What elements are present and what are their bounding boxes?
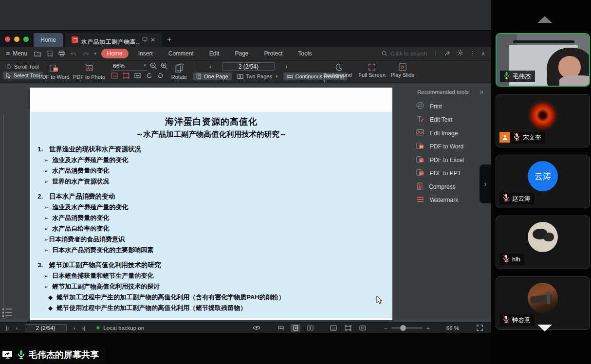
document-viewport[interactable]: 海洋蛋白资源的高值化 ～水产品加工副产物高值化利用技术的研究～ 1.世界渔业的现…	[0, 83, 491, 322]
redo-icon[interactable]	[82, 51, 89, 56]
rotate-right-icon[interactable]	[146, 73, 152, 80]
zoom-out-button[interactable]	[150, 62, 157, 71]
rotate-button[interactable]: Rotate	[167, 63, 191, 80]
fullscreen-toggle-icon[interactable]	[475, 324, 484, 332]
more-options-icon[interactable]: ⋮	[433, 50, 439, 57]
tool-pdf-to-excel[interactable]: EPDF to Excel	[416, 153, 484, 167]
scroll-up-arrow-icon[interactable]	[537, 16, 552, 23]
tab-document[interactable]: 水产品加工副产物高...30421.pdf ✕	[65, 33, 162, 47]
print-icon[interactable]	[58, 51, 65, 56]
tool-edit-text[interactable]: Edit Text	[416, 113, 484, 127]
scroll-down-arrow-icon[interactable]	[537, 325, 552, 331]
expand-panel-button[interactable]: ›	[480, 164, 491, 203]
participant-tile-毛伟杰[interactable]: 毛伟杰	[496, 33, 590, 87]
monitor-icon	[142, 37, 148, 43]
tool-watermark[interactable]: Watermark	[416, 194, 484, 207]
search-placeholder: Click to search	[390, 51, 427, 56]
ribbon-tab-tools[interactable]: Tools	[293, 49, 318, 58]
outline-bullet-item: ➢日本消费者的食品消费意识	[31, 234, 392, 245]
pdf-to-photo-label: PDF to Photo	[73, 74, 105, 80]
two-pages-button[interactable]: Two Pages ▾	[234, 73, 281, 80]
participant-tile-宋文奎[interactable]: 宋文奎	[496, 94, 590, 147]
statusbar-page-display[interactable]: 2 (2/54)	[25, 324, 67, 331]
recommended-tools-title: Recommended tools	[417, 89, 468, 95]
zoom-slider-track[interactable]	[391, 328, 423, 328]
ribbon-tab-protect[interactable]: Protect	[259, 49, 289, 58]
tool-pdf-to-ppt[interactable]: PPDF to PPT	[416, 167, 484, 181]
tool-print[interactable]: Print	[416, 100, 484, 113]
full-screen-button[interactable]: Full Screen	[357, 63, 387, 78]
zoom-slider-thumb[interactable]	[400, 325, 406, 331]
ribbon-tab-insert[interactable]: Insert	[132, 49, 159, 58]
last-page-button[interactable]: ›|	[82, 325, 86, 331]
open-folder-icon[interactable]	[34, 51, 41, 56]
participant-tile-钟赛意[interactable]: 钟赛意	[496, 276, 590, 330]
pdf-to-photo-button[interactable]: PDF to Photo	[72, 63, 106, 80]
thumbnail-panel-icon[interactable]	[2, 307, 13, 321]
undo-icon[interactable]	[71, 51, 77, 56]
tab-home[interactable]: Home	[34, 33, 63, 47]
local-backup-status[interactable]: Local backup on	[96, 325, 144, 331]
search-field[interactable]: Click to search	[382, 51, 427, 56]
zoom-level-dropdown[interactable]: 66% ▾	[111, 63, 147, 71]
participant-tile-hlh[interactable]: hlh	[496, 216, 590, 269]
ribbon-tab-comment[interactable]: Comment	[163, 49, 200, 58]
ribbon-tab-edit[interactable]: Edit	[203, 49, 225, 58]
fit-page-button[interactable]	[343, 324, 353, 332]
collapse-ribbon-icon[interactable]: ∧	[481, 50, 485, 57]
previous-page-button[interactable]: ‹	[199, 63, 222, 70]
zoom-minus-icon[interactable]: −	[384, 325, 388, 331]
actual-size-icon[interactable]: 1:1	[111, 73, 118, 80]
participant-name-badge: 钟赛意	[499, 314, 535, 326]
participant-tile-赵云涛[interactable]: 云涛赵云涛	[496, 155, 590, 208]
settings-gear-icon[interactable]	[457, 50, 463, 57]
background-button[interactable]: Background ▾	[323, 63, 354, 84]
hamburger-icon[interactable]: ≡	[6, 50, 10, 57]
close-tab-icon[interactable]: ✕	[150, 36, 155, 43]
actual-size-button[interactable]: 1:1	[329, 324, 338, 332]
collapse-panel-icon[interactable]	[479, 90, 483, 94]
avatar	[528, 283, 558, 313]
menu-button[interactable]: Menu	[13, 50, 27, 57]
toolbar-page-display[interactable]: 2 (2/54)	[222, 62, 275, 71]
single-page-view-icon[interactable]	[291, 324, 300, 332]
save-icon[interactable]	[47, 51, 53, 56]
ribbon-tab-home[interactable]: Home	[101, 49, 129, 58]
two-page-view-icon[interactable]	[305, 324, 315, 332]
continuous-view-icon[interactable]	[276, 324, 286, 332]
first-page-button[interactable]: |‹	[6, 325, 9, 331]
participants-panel: 毛伟杰宋文奎云涛赵云涛hlh钟赛意	[491, 0, 591, 364]
outline-section-heading: 2.日本水产品消费的变动	[31, 191, 392, 202]
quick-access-dropdown-icon[interactable]: ▾	[94, 51, 96, 56]
fit-width-button[interactable]	[358, 324, 368, 332]
pdf-to-word-button[interactable]: W PDF to Word	[37, 63, 71, 80]
full-screen-label: Full Screen	[358, 72, 386, 78]
screen-share-icon	[2, 350, 14, 360]
slide-outline: 1.世界渔业的现状和水产资源状况➢渔业及水产养殖产量的变化➢水产品消费量的变化➢…	[31, 144, 392, 313]
close-window-button[interactable]	[5, 36, 10, 42]
prev-page-button[interactable]: ‹	[16, 325, 18, 331]
tool-edit-image[interactable]: Edit Image	[416, 127, 484, 140]
ribbon-tab-page[interactable]: Page	[229, 49, 254, 58]
tool-compress[interactable]: Compress	[416, 180, 484, 194]
zoom-plus-icon[interactable]: +	[426, 325, 430, 331]
rotate-left-icon[interactable]	[157, 73, 164, 80]
zoom-in-button[interactable]	[161, 62, 168, 71]
fit-page-icon[interactable]	[123, 73, 129, 80]
zoom-slider[interactable]: − +	[384, 325, 429, 331]
play-slide-button[interactable]: Play Slide	[389, 63, 416, 78]
next-page-button[interactable]: ›	[74, 325, 75, 331]
rotate-pages-icon	[174, 63, 185, 73]
status-bar: |‹ ‹ 2 (2/54) › ›| Local backup on 1:1	[0, 322, 491, 333]
one-page-button[interactable]: One Page	[193, 73, 232, 80]
fit-width-icon[interactable]	[134, 73, 141, 80]
overflow-menu-icon[interactable]: ⋮	[469, 50, 475, 57]
muted-mic-icon	[513, 133, 520, 143]
share-icon[interactable]	[444, 50, 451, 57]
next-page-button[interactable]: ›	[275, 63, 298, 70]
read-mode-eye-icon[interactable]	[252, 324, 261, 332]
tool-pdf-to-word[interactable]: WPDF to Word	[416, 140, 484, 154]
zoom-window-button[interactable]	[23, 36, 29, 42]
minimize-window-button[interactable]	[14, 36, 19, 42]
new-tab-button[interactable]: +	[167, 35, 171, 44]
